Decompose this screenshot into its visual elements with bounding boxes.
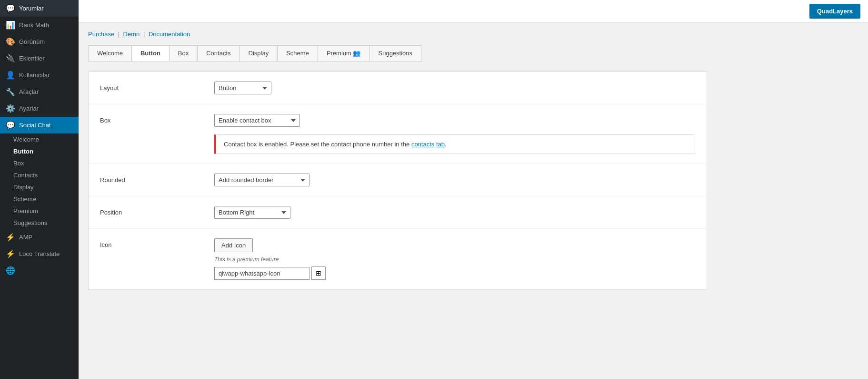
sep-2: | — [143, 31, 145, 38]
icon-input-row: ⊞ — [214, 266, 695, 280]
box-label: Box — [100, 114, 195, 124]
main-content: QuadLayers Purchase | Demo | Documentati… — [79, 0, 868, 379]
box-select[interactable]: Enable contact box Disable contact box — [214, 114, 300, 127]
tab-bar: Welcome Button Box Contacts Display Sche… — [88, 45, 421, 62]
sidebar-item-amp[interactable]: ⚡ Loco Translate — [0, 246, 79, 262]
kullanicilar-icon: 👤 — [6, 71, 15, 80]
sidebar-item-loco[interactable]: 🌐 — [0, 262, 79, 279]
alert-text: Contact box is enabled. Please set the c… — [224, 141, 411, 148]
layout-label: Layout — [100, 82, 195, 92]
icon-grid-button[interactable]: ⊞ — [311, 266, 326, 280]
sidebar-item-social-chat[interactable]: 💬 Social Chat — [0, 117, 79, 133]
tab-button[interactable]: Button — [132, 46, 170, 61]
sidebar-sub-display[interactable]: Display — [0, 181, 79, 193]
sidebar-item-yorumlar[interactable]: 💬 Yorumlar — [0, 0, 79, 17]
sidebar: 💬 Yorumlar 📊 Rank Math 🎨 Görünüm 🔌 Eklen… — [0, 0, 79, 379]
sidebar-sub-button[interactable]: Button — [0, 145, 79, 157]
gorunum-icon: 🎨 — [6, 37, 15, 46]
icon-label: Icon — [100, 238, 195, 248]
tab-display[interactable]: Display — [240, 46, 278, 61]
rank-math-icon: 📊 — [6, 20, 15, 30]
sep-1: | — [118, 31, 120, 38]
alert-suffix: . — [445, 141, 447, 148]
social-chat-icon: 💬 — [6, 121, 15, 130]
tab-suggestions[interactable]: Suggestions — [370, 46, 421, 61]
documentation-link[interactable]: Documentation — [149, 31, 190, 38]
loco-icon: 🌐 — [6, 266, 15, 275]
position-control: Bottom Right Bottom Left Top Right Top L… — [214, 206, 695, 219]
rounded-row: Rounded Add rounded border No border — [89, 164, 707, 196]
amp-icon: ⚡ — [6, 249, 15, 258]
layout-row: Layout Button Icon — [89, 72, 707, 104]
sidebar-sub-suggestions[interactable]: Suggestions — [0, 217, 79, 229]
sidebar-sub-premium[interactable]: Premium — [0, 205, 79, 217]
add-icon-button[interactable]: Add Icon — [214, 238, 253, 252]
sidebar-item-litespeed[interactable]: ⚡ AMP — [0, 229, 79, 246]
box-control: Enable contact box Disable contact box C… — [214, 114, 695, 154]
position-label: Position — [100, 206, 195, 216]
sidebar-item-gorunum[interactable]: 🎨 Görünüm — [0, 33, 79, 50]
sidebar-sub-box[interactable]: Box — [0, 157, 79, 169]
rounded-control: Add rounded border No border — [214, 174, 695, 186]
sidebar-sub-welcome[interactable]: Welcome — [0, 133, 79, 145]
content-area: Purchase | Demo | Documentation Welcome … — [79, 23, 868, 379]
links-row: Purchase | Demo | Documentation — [88, 31, 858, 38]
sidebar-sub-scheme[interactable]: Scheme — [0, 193, 79, 205]
icon-input-field[interactable] — [214, 267, 309, 280]
tab-scheme[interactable]: Scheme — [278, 46, 318, 61]
box-alert: Contact box is enabled. Please set the c… — [214, 134, 695, 154]
sidebar-item-eklentiler[interactable]: 🔌 Eklentiler — [0, 50, 79, 67]
sidebar-item-rank-math[interactable]: 📊 Rank Math — [0, 17, 79, 33]
premium-note: This is a premium feature — [214, 256, 695, 263]
contacts-tab-link[interactable]: contacts tab — [411, 141, 445, 148]
sidebar-item-araclar[interactable]: 🔧 Araçlar — [0, 83, 79, 100]
yorumlar-icon: 💬 — [6, 4, 15, 13]
tab-contacts[interactable]: Contacts — [198, 46, 239, 61]
layout-select[interactable]: Button Icon — [214, 82, 271, 94]
layout-control: Button Icon — [214, 82, 695, 94]
tab-premium[interactable]: Premium 👥 — [318, 46, 370, 61]
icon-row: Icon Add Icon This is a premium feature … — [89, 229, 707, 289]
quadlayers-button[interactable]: QuadLayers — [809, 4, 860, 19]
eklentiler-icon: 🔌 — [6, 54, 15, 63]
sidebar-sub-contacts[interactable]: Contacts — [0, 169, 79, 181]
ayarlar-icon: ⚙️ — [6, 104, 15, 113]
rounded-select[interactable]: Add rounded border No border — [214, 174, 309, 186]
settings-panel: Layout Button Icon Box Enable contact bo… — [88, 72, 707, 290]
box-row: Box Enable contact box Disable contact b… — [89, 104, 707, 164]
purchase-link[interactable]: Purchase — [88, 31, 114, 38]
litespeed-icon: ⚡ — [6, 233, 15, 242]
icon-control: Add Icon This is a premium feature ⊞ — [214, 238, 695, 280]
sidebar-item-ayarlar[interactable]: ⚙️ Ayarlar — [0, 100, 79, 117]
rounded-label: Rounded — [100, 174, 195, 184]
tab-box[interactable]: Box — [170, 46, 198, 61]
top-bar: QuadLayers — [79, 0, 868, 23]
sidebar-item-kullanicilar[interactable]: 👤 Kullanıcılar — [0, 67, 79, 83]
araclar-icon: 🔧 — [6, 87, 15, 96]
position-select[interactable]: Bottom Right Bottom Left Top Right Top L… — [214, 206, 290, 219]
tab-welcome[interactable]: Welcome — [89, 46, 132, 61]
position-row: Position Bottom Right Bottom Left Top Ri… — [89, 196, 707, 229]
demo-link[interactable]: Demo — [123, 31, 140, 38]
